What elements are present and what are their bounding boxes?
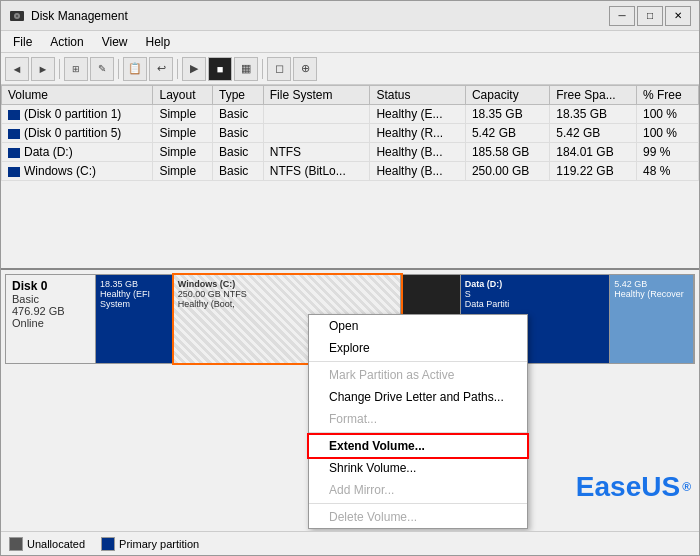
legend-swatch-unalloc — [9, 537, 23, 551]
minimize-button[interactable]: ─ — [609, 6, 635, 26]
seg1-name: Windows (C:) — [178, 279, 396, 289]
menu-action[interactable]: Action — [42, 33, 91, 51]
cell-free: 184.01 GB — [550, 143, 637, 162]
cell-status: Healthy (B... — [370, 143, 466, 162]
context-menu: OpenExploreMark Partition as ActiveChang… — [308, 314, 528, 529]
legend-unallocated: Unallocated — [9, 537, 85, 551]
window-title: Disk Management — [31, 9, 128, 23]
toolbar-btn-3[interactable]: 📋 — [123, 57, 147, 81]
table-row[interactable]: Windows (C:) Simple Basic NTFS (BitLo...… — [2, 162, 699, 181]
seg3-sub1: S — [465, 289, 606, 299]
menu-bar: File Action View Help — [1, 31, 699, 53]
menu-help[interactable]: Help — [138, 33, 179, 51]
legend-primary-label: Primary partition — [119, 538, 199, 550]
toolbar-forward[interactable]: ► — [31, 57, 55, 81]
ctx-item-9: Add Mirror... — [309, 479, 527, 501]
ctx-item-8[interactable]: Shrink Volume... — [309, 457, 527, 479]
toolbar-btn-5[interactable]: ▶ — [182, 57, 206, 81]
toolbar-btn-6[interactable]: ■ — [208, 57, 232, 81]
col-filesystem: File System — [263, 86, 370, 105]
easeus-text: EaseUS — [576, 471, 680, 503]
col-volume: Volume — [2, 86, 153, 105]
cell-status: Healthy (B... — [370, 162, 466, 181]
menu-view[interactable]: View — [94, 33, 136, 51]
ctx-item-5: Format... — [309, 408, 527, 430]
easeus-watermark: EaseUS® — [576, 471, 691, 503]
cell-status: Healthy (E... — [370, 105, 466, 124]
cell-capacity: 5.42 GB — [465, 124, 549, 143]
legend-bar: Unallocated Primary partition — [1, 531, 699, 555]
cell-filesystem: NTFS — [263, 143, 370, 162]
toolbar-btn-8[interactable]: ◻ — [267, 57, 291, 81]
legend-primary: Primary partition — [101, 537, 199, 551]
cell-volume: Data (D:) — [2, 143, 153, 162]
cell-pct: 100 % — [637, 124, 699, 143]
seg4-sub: Healthy (Recover — [614, 289, 689, 299]
cell-capacity: 185.58 GB — [465, 143, 549, 162]
toolbar-btn-1[interactable]: ⊞ — [64, 57, 88, 81]
disk-basic: Basic — [12, 293, 89, 305]
cell-layout: Simple — [153, 105, 213, 124]
cell-volume: (Disk 0 partition 1) — [2, 105, 153, 124]
seg3-sub2: Data Partiti — [465, 299, 606, 309]
main-window: Disk Management ─ □ ✕ File Action View H… — [0, 0, 700, 556]
cell-layout: Simple — [153, 124, 213, 143]
toolbar-sep-1 — [59, 59, 60, 79]
cell-layout: Simple — [153, 143, 213, 162]
cell-pct: 100 % — [637, 105, 699, 124]
easeus-symbol: ® — [682, 480, 691, 494]
cell-type: Basic — [213, 162, 264, 181]
table-row[interactable]: (Disk 0 partition 5) Simple Basic Health… — [2, 124, 699, 143]
disk-icon — [9, 8, 25, 24]
cell-filesystem: NTFS (BitLo... — [263, 162, 370, 181]
disk-seg-4[interactable]: 5.42 GB Healthy (Recover — [610, 275, 694, 363]
toolbar-btn-2[interactable]: ✎ — [90, 57, 114, 81]
disk-map-area: Disk 0 Basic 476.92 GB Online 18.35 GB H… — [1, 270, 699, 531]
ctx-item-1[interactable]: Explore — [309, 337, 527, 359]
ctx-item-4[interactable]: Change Drive Letter and Paths... — [309, 386, 527, 408]
table-row[interactable]: (Disk 0 partition 1) Simple Basic Health… — [2, 105, 699, 124]
cell-type: Basic — [213, 105, 264, 124]
seg0-size: 18.35 GB — [100, 279, 169, 289]
cell-pct: 99 % — [637, 143, 699, 162]
ctx-separator — [309, 503, 527, 504]
cell-free: 5.42 GB — [550, 124, 637, 143]
col-layout: Layout — [153, 86, 213, 105]
maximize-button[interactable]: □ — [637, 6, 663, 26]
col-type: Type — [213, 86, 264, 105]
col-pct: % Free — [637, 86, 699, 105]
content-area: Volume Layout Type File System Status Ca… — [1, 85, 699, 555]
cell-capacity: 250.00 GB — [465, 162, 549, 181]
ctx-separator — [309, 432, 527, 433]
seg0-sub: Healthy (EFI System — [100, 289, 169, 309]
volume-table-container: Volume Layout Type File System Status Ca… — [1, 85, 699, 270]
cell-filesystem — [263, 105, 370, 124]
close-button[interactable]: ✕ — [665, 6, 691, 26]
cell-filesystem — [263, 124, 370, 143]
col-free: Free Spa... — [550, 86, 637, 105]
seg1-size: 250.00 GB NTFS — [178, 289, 396, 299]
toolbar-btn-4[interactable]: ↩ — [149, 57, 173, 81]
toolbar-btn-9[interactable]: ⊕ — [293, 57, 317, 81]
disk-name: Disk 0 — [12, 279, 89, 293]
svg-point-2 — [16, 14, 18, 16]
cell-type: Basic — [213, 124, 264, 143]
cell-free: 18.35 GB — [550, 105, 637, 124]
ctx-item-3: Mark Partition as Active — [309, 364, 527, 386]
cell-status: Healthy (R... — [370, 124, 466, 143]
legend-unalloc-label: Unallocated — [27, 538, 85, 550]
title-controls: ─ □ ✕ — [609, 6, 691, 26]
menu-file[interactable]: File — [5, 33, 40, 51]
ctx-item-0[interactable]: Open — [309, 315, 527, 337]
ctx-separator — [309, 361, 527, 362]
toolbar-btn-7[interactable]: ▦ — [234, 57, 258, 81]
toolbar: ◄ ► ⊞ ✎ 📋 ↩ ▶ ■ ▦ ◻ ⊕ — [1, 53, 699, 85]
ctx-item-7[interactable]: Extend Volume... — [309, 435, 527, 457]
disk-seg-0[interactable]: 18.35 GB Healthy (EFI System — [96, 275, 174, 363]
table-row[interactable]: Data (D:) Simple Basic NTFS Healthy (B..… — [2, 143, 699, 162]
disk-label: Disk 0 Basic 476.92 GB Online — [6, 275, 96, 363]
toolbar-back[interactable]: ◄ — [5, 57, 29, 81]
cell-volume: (Disk 0 partition 5) — [2, 124, 153, 143]
col-capacity: Capacity — [465, 86, 549, 105]
disk-status: Online — [12, 317, 89, 329]
